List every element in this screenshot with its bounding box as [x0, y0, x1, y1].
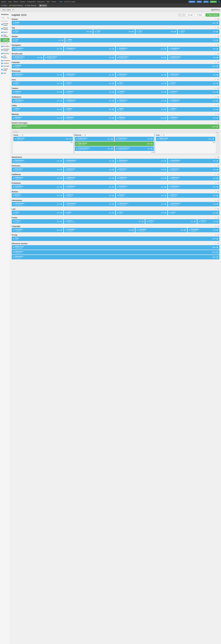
section-add-feature[interactable]: + — [215, 87, 216, 89]
block-afterbottom-c[interactable]: Afterbottom-cafterbottom-c 25% ✕ — [116, 202, 167, 206]
undo-button[interactable]: ↩ — [178, 14, 181, 16]
block-close-content-top-a[interactable]: ✕ — [111, 138, 113, 140]
block-utility-b[interactable]: Utility-butility-b 25% ✕ — [64, 107, 116, 112]
block-close-utility-d[interactable]: ✕ — [216, 108, 218, 110]
block-footer-a[interactable]: Footer-aFooter-a 25% ✕ — [12, 219, 63, 224]
section-settings-drawer[interactable]: ⚙ — [217, 18, 219, 20]
block-close-top-a[interactable]: ✕ — [90, 31, 92, 32]
sidebar-item-cta-button[interactable]: CTA Button — [0, 55, 10, 59]
block-menu[interactable]: Menumenu 75% ✕ — [65, 38, 220, 42]
section-add-intro[interactable]: + — [215, 78, 216, 81]
block-close-last-d[interactable]: ✕ — [216, 212, 218, 214]
block-top-a[interactable]: Top-atop-a 40% ✕ — [12, 30, 93, 34]
section-settings-copyright[interactable]: ⚙ — [217, 225, 219, 227]
block-extension-d[interactable]: Extension-dextension-d 25% ✕ — [168, 168, 220, 172]
block-navigation-d[interactable]: Navigation-dnavigation-d 25% ✕ — [168, 47, 220, 51]
sidebar-settings-btn[interactable]: ⚙ — [21, 134, 24, 136]
topbar-outlines-btn[interactable]: Outlines — [188, 1, 196, 3]
sidebar-item-spacer[interactable]: Spacer — [0, 31, 10, 34]
block-close-offcanvas-b[interactable]: ✕ — [216, 256, 218, 258]
block-subfeature-d[interactable]: Subfeature-dsubfeature-d 25% ✕ — [168, 98, 220, 103]
block-utility-a[interactable]: Utility-autility-a 25% ✕ — [12, 107, 63, 112]
section-add-drawer[interactable]: + — [215, 18, 216, 20]
section-settings-top[interactable]: ⚙ — [217, 26, 219, 29]
search-input[interactable] — [1, 16, 6, 19]
block-subfeature-c[interactable]: Subfeature-csubfeature-c 25% ✕ — [116, 98, 167, 103]
section-settings-prebottom[interactable]: ⚙ — [217, 182, 219, 184]
section-settings-afterbottom[interactable]: ⚙ — [217, 199, 219, 202]
block-close-additional-b[interactable]: ✕ — [112, 177, 114, 179]
block-breadcrumb-b[interactable]: Breadcrumb-bbreadcrumb-b 35% ✕ — [44, 55, 115, 60]
section-add-subfeature[interactable]: + — [215, 96, 216, 98]
topbar-about-btn[interactable]: About — [203, 1, 209, 3]
tab-styles[interactable]: ✦ Styles — [1, 4, 7, 6]
outline-select[interactable]: Base Outline — [1, 8, 14, 11]
block-close-subfeature-d[interactable]: ✕ — [216, 100, 218, 102]
block-utility-c[interactable]: Utility-cutility-c 25% ✕ — [116, 107, 167, 112]
mainbody-settings-btn[interactable]: ⚙ — [84, 134, 86, 136]
block-close-extension-a[interactable]: ✕ — [60, 169, 62, 170]
block-afterbottom-b[interactable]: Afterbottom-bafterbottom-b 25% ✕ — [64, 202, 116, 206]
sidebar-item-module-position[interactable]: Module Position — [0, 26, 10, 31]
block-navigation-a[interactable]: Navigation-anavigation-a 25% ✕ — [12, 47, 63, 51]
block-close-top-c[interactable]: ✕ — [174, 31, 176, 32]
section-settings-intro[interactable]: ⚙ — [217, 78, 219, 81]
section-settings-additional[interactable]: ⚙ — [217, 173, 219, 176]
block-totop[interactable]: Totoptotop 100% ✕ — [12, 236, 219, 241]
block-prebottom-d[interactable]: Prebottom-dprebottom-d 25% ✕ — [168, 185, 220, 189]
section-add-maintop[interactable]: + — [215, 113, 216, 115]
block-intro-c[interactable]: Intro-cintro-c 25% ✕ — [116, 81, 167, 86]
block-close-mainbottom-d[interactable]: ✕ — [216, 160, 218, 162]
section-add-utility[interactable]: + — [215, 104, 216, 106]
block-close-feature-d[interactable]: ✕ — [216, 91, 218, 93]
block-close-prebottom-b[interactable]: ✕ — [112, 186, 114, 188]
container-settings-btn[interactable]: ⚙ — [216, 131, 218, 134]
section-settings-breadcrumb[interactable]: ⚙ — [217, 52, 219, 55]
section-settings-feature[interactable]: ⚙ — [217, 87, 219, 89]
section-settings-to-top[interactable]: ⚙ — [217, 234, 219, 236]
block-subfeature-b[interactable]: Subfeature-bsubfeature-b 25% ✕ — [64, 98, 116, 103]
block-feature-c[interactable]: Feature-cfeature-c 25% ✕ — [116, 90, 167, 94]
block-afterbottom-a[interactable]: Afterbottom-aafterbottom-a 25% ✕ — [12, 202, 63, 206]
section-settings-navigation[interactable]: ⚙ — [217, 44, 219, 46]
block-fullwidth[interactable]: Fullwidthfullwidth 100% ✕ — [12, 64, 219, 68]
block-close-subfeature-c[interactable]: ✕ — [164, 100, 166, 102]
section-add-afterbottom[interactable]: + — [215, 199, 216, 202]
block-mainbottom-b[interactable]: Mainbottom-bmainbottom-b 25% ✕ — [64, 159, 116, 163]
section-add-bottom[interactable]: + — [215, 190, 216, 193]
block-close-content-bottom-a[interactable]: ✕ — [111, 148, 113, 150]
block-afterbottom-d[interactable]: Afterbottom-dafterbottom-d 25% ✕ — [168, 202, 220, 206]
block-close-menu[interactable]: ✕ — [216, 39, 218, 41]
block-close-breadcrumb-a[interactable]: ✕ — [40, 56, 42, 58]
redo-button[interactable]: ↪ — [182, 14, 185, 16]
block-mainbottom-c[interactable]: Mainbottom-cmainbottom-c 25% ✕ — [116, 159, 167, 163]
block-close-sidebar-right[interactable]: ✕ — [212, 138, 214, 140]
block-bottom-b[interactable]: Bottom-bbottom-b 25% ✕ — [64, 193, 116, 198]
block-last-d[interactable]: Last-dlast-d 25% ✕ — [168, 210, 220, 215]
block-maintop-a[interactable]: Maintop-amaintop-a 25% ✕ — [12, 116, 63, 120]
block-close-last-b[interactable]: ✕ — [112, 212, 114, 214]
block-close-last-a[interactable]: ✕ — [60, 212, 62, 214]
sidebar-item-copyright[interactable]: Copyright — [0, 65, 10, 68]
sidebar-item-page-content[interactable]: Page Content — [0, 34, 10, 38]
section-settings-showcase[interactable]: ⚙ — [217, 70, 219, 72]
block-maintop-d[interactable]: Maintop-dmaintop-d 25% ✕ — [168, 116, 220, 120]
block-close-breadcrumb-d[interactable]: ✕ — [216, 56, 218, 58]
section-add-footer[interactable]: + — [215, 216, 216, 219]
topbar-content[interactable]: Content — [20, 1, 25, 2]
block-mobile-menu[interactable]: Mobile-menumobile-menu 100% ✕ — [12, 245, 219, 250]
block-close-prebottom-d[interactable]: ✕ — [216, 186, 218, 188]
block-close-navigation-c[interactable]: ✕ — [164, 48, 166, 50]
mainbody-add-btn[interactable]: + — [82, 134, 84, 136]
block-maintop-b[interactable]: Maintop-bmaintop-b 25% ✕ — [64, 116, 116, 120]
block-close-afterbottom-b[interactable]: ✕ — [112, 203, 114, 205]
block-close-prebottom-c[interactable]: ✕ — [164, 186, 166, 188]
tab-page-settings[interactable]: ⚙ Page Settings — [25, 4, 36, 6]
topbar-extensions[interactable]: Extensions — [37, 1, 45, 2]
block-showcase-a[interactable]: Showcase-ashowcase-a 25% ✕ — [12, 72, 63, 77]
section-add-last[interactable]: + — [215, 208, 216, 210]
block-close-offcanvas-a[interactable]: ✕ — [216, 251, 218, 253]
block-close-additional-c[interactable]: ✕ — [164, 177, 166, 179]
block-navigation-b[interactable]: Navigation-bnavigation-b 25% ✕ — [64, 47, 116, 51]
block-copyright-a[interactable]: Copyright-acopyright-a 25% ✕ — [12, 228, 63, 232]
